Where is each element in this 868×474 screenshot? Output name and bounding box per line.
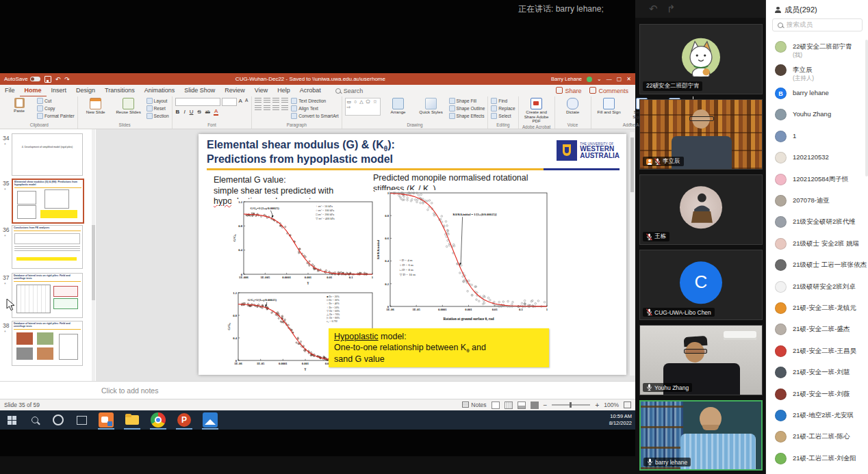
restore-button[interactable]: ▢ [617, 76, 622, 82]
slide-sorter-view-button[interactable] [505, 401, 513, 409]
member-row[interactable]: 1202120532 [766, 150, 868, 172]
annotation-arrow-icon[interactable]: ↱ [667, 3, 676, 15]
layout-button[interactable]: Layout [146, 98, 169, 104]
clear-formatting-button[interactable]: ab [205, 109, 211, 114]
convert-to-smartart-button[interactable]: Convert to SmartArt [291, 113, 338, 119]
tab-home[interactable]: Home [20, 85, 47, 97]
shape-effects-button[interactable]: Shape Effects [449, 113, 485, 119]
ribbon-options-icon[interactable]: ⌄ [597, 76, 602, 82]
video-feed-[interactable]: 李立辰 [639, 99, 763, 170]
dictate-button[interactable]: Dictate [558, 98, 588, 115]
zoom-out-button[interactable]: − [544, 401, 548, 409]
taskbar-clock[interactable]: 10:59 AM 8/12/2022 [609, 413, 635, 427]
member-row[interactable]: 21硕-安全二班-龙镇元 [766, 301, 868, 322]
italic-button[interactable]: I [183, 109, 186, 115]
member-row[interactable]: 21硕-工岩二班-刘金阳 [766, 451, 868, 473]
save-icon[interactable] [44, 76, 51, 83]
font-size-box[interactable] [222, 98, 237, 106]
member-row[interactable]: 21硕-地空2班-尤安琪 [766, 408, 868, 430]
tab-review[interactable]: Review [220, 85, 250, 97]
shape-gallery[interactable]: ▭ ○ △ ⬠ ☆ ⇨ [345, 98, 381, 116]
member-row[interactable]: 21硕-安全二班-王昌昊 [766, 344, 868, 365]
member-row[interactable]: Bbarry lehane [766, 86, 868, 107]
member-row[interactable]: 21级硕士 工岩一班张依杰 [766, 258, 868, 279]
new-slide-button[interactable]: New Slide [81, 98, 111, 115]
strikethrough-button[interactable]: S [196, 109, 201, 115]
slide-thumbnail-36[interactable]: Conclusions from FE analyses [12, 225, 83, 269]
shape-outline-button[interactable]: Shape Outline [449, 105, 485, 111]
arrange-button[interactable]: Arrange [383, 98, 413, 115]
member-row[interactable]: 21硕-安全二班-盛杰 [766, 322, 868, 343]
notes-pane[interactable]: Click to add notes [0, 381, 635, 399]
indent-decrease-icon[interactable] [272, 98, 279, 103]
tab-file[interactable]: File [0, 85, 20, 97]
video-feed-[interactable]: 王栋 [639, 174, 763, 245]
align-left-icon[interactable] [255, 105, 261, 111]
tab-design[interactable]: Design [71, 85, 100, 97]
justify-icon[interactable] [281, 105, 288, 111]
member-row[interactable]: 李立辰(主持人) [766, 63, 868, 86]
reset-button[interactable]: Reset [146, 105, 169, 111]
shrink-font-button[interactable]: A [244, 98, 248, 106]
shape-fill-button[interactable]: Shape Fill [449, 98, 485, 104]
members-scrollbar[interactable] [865, 40, 868, 176]
task-view-button[interactable] [70, 410, 93, 430]
taskbar-app-chrome[interactable] [145, 410, 171, 430]
member-row[interactable]: Youhu Zhang [766, 107, 868, 129]
video-feed-barry-lehane[interactable]: barry lehane [639, 400, 763, 471]
font-color-button[interactable]: A [214, 108, 218, 116]
member-row[interactable]: 1 [766, 129, 868, 150]
tab-insert[interactable]: Insert [47, 85, 72, 97]
slide-thumbnail-38[interactable]: Database of lateral tests on rigid piles… [12, 321, 83, 366]
member-row[interactable]: 22硕安全二班邵宁胄(我) [766, 40, 868, 63]
fill-and-sign-button[interactable]: Fill and Sign [594, 98, 624, 115]
member-search-input[interactable]: 搜索成员 [772, 18, 863, 31]
slide-thumbnail-37[interactable]: Database of lateral tests on rigid piles… [12, 273, 83, 318]
member-row[interactable]: 21级安全硕研2班代维 [766, 215, 868, 236]
replace-button[interactable]: Replace [491, 105, 515, 111]
undo-icon[interactable]: ↶ [55, 76, 61, 83]
tab-animations[interactable]: Animations [140, 85, 180, 97]
text-direction-button[interactable]: Text Direction [291, 98, 338, 104]
account-name[interactable]: Barry Lehane [551, 76, 582, 82]
quick-styles-button[interactable]: Quick Styles [416, 98, 446, 115]
member-row[interactable]: 21级硕士 安全2班 姚瑞 [766, 237, 868, 258]
video-feed-youhu-zhang[interactable]: Youhu Zhang [639, 325, 763, 395]
slide-thumbnail-pane[interactable]: 34*4. Development of simplified model (r… [0, 129, 97, 381]
tab-transitions[interactable]: Transitions [100, 85, 140, 97]
zoom-in-button[interactable]: + [595, 401, 599, 409]
slideshow-view-button[interactable] [531, 401, 539, 409]
member-row[interactable]: 21级硕研安全2班刘卓 [766, 280, 868, 301]
tab-view[interactable]: View [250, 85, 272, 97]
taskbar-app-photos[interactable] [197, 410, 223, 430]
comments-button[interactable]: Comments [589, 87, 628, 94]
video-feed-cug-uwa-libo-chen[interactable]: CCUG-UWA-Libo Chen [639, 250, 763, 320]
align-text-button[interactable]: Align Text [291, 105, 338, 111]
fit-to-window-icon[interactable] [624, 401, 631, 408]
create-and-share-adobe-pdf-button[interactable]: Create and Share Adobe PDF [522, 98, 552, 124]
align-center-icon[interactable] [264, 105, 270, 111]
member-row[interactable]: 21硕-工岩二班-陈心 [766, 430, 868, 451]
video-feed-22[interactable]: 22硕安全二班邵宁胄 [639, 24, 763, 94]
member-row[interactable]: 207078-迪亚 [766, 194, 868, 215]
thumbnail-scrollbar[interactable] [92, 129, 95, 381]
format-painter-button[interactable]: Format Painter [37, 113, 75, 119]
underline-button[interactable]: U [189, 109, 194, 115]
member-row[interactable]: 1202120584周子恒 [766, 172, 868, 194]
numbering-icon[interactable] [264, 98, 270, 103]
reuse-slides-button[interactable]: Reuse Slides [114, 98, 144, 115]
align-right-icon[interactable] [272, 105, 279, 111]
notes-toggle-button[interactable]: Notes [462, 401, 486, 408]
select-button[interactable]: Select [491, 113, 515, 119]
member-row[interactable]: 21硕-安全一班-刘慧 [766, 365, 868, 386]
zoom-level[interactable]: 100% [604, 401, 619, 408]
zoom-slider[interactable] [552, 404, 590, 406]
find-button[interactable]: Find [491, 98, 515, 104]
tab-acrobat[interactable]: Acrobat [295, 85, 326, 97]
grow-font-button[interactable]: A [238, 98, 243, 106]
member-row[interactable]: 21硕-安全一班-刘薇 [766, 387, 868, 408]
taskbar-app-file-explorer[interactable] [119, 410, 145, 430]
close-button[interactable]: ✕ [626, 76, 631, 82]
start-button[interactable] [0, 410, 23, 430]
section-button[interactable]: Section [146, 113, 169, 119]
